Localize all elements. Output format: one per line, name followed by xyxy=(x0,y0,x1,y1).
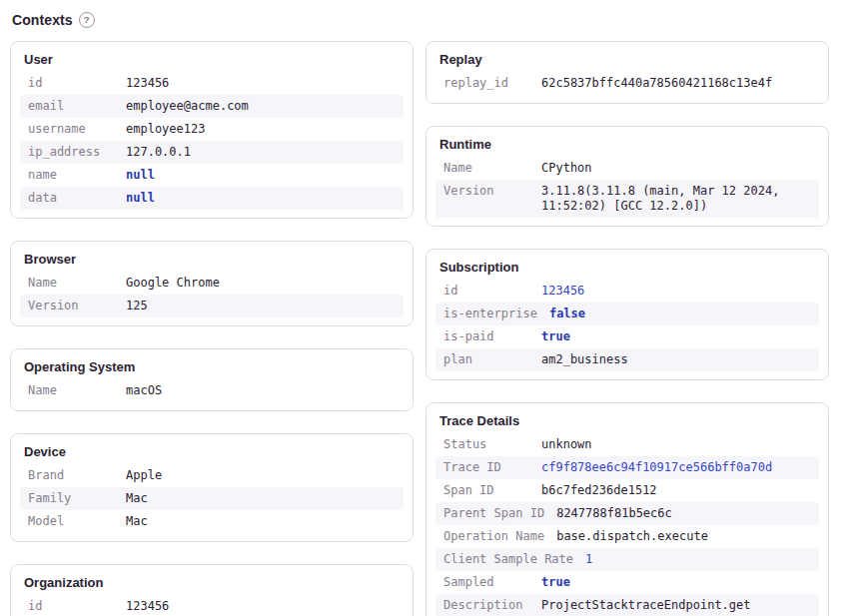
kv-row: username employee123 xyxy=(20,118,404,141)
kv-row: Status unknown xyxy=(435,433,819,456)
context-card-user: User id 123456 email employee@acme.com u… xyxy=(10,41,414,219)
kv-row: Name CPython xyxy=(435,157,819,180)
kv-key: name xyxy=(28,168,126,183)
kv-row: ip_address 127.0.0.1 xyxy=(20,141,404,164)
card-rows: id 123456 is-enterprise false is-paid tr… xyxy=(435,280,819,371)
kv-row: Client Sample Rate 1 xyxy=(435,548,819,571)
context-card-browser: Browser Name Google Chrome Version 125 xyxy=(10,241,414,326)
kv-key: Parent Span ID xyxy=(443,506,556,521)
kv-value: Mac xyxy=(126,491,396,506)
kv-value: 127.0.0.1 xyxy=(126,145,396,160)
kv-key: Sampled xyxy=(443,575,541,590)
kv-row: Version 3.11.8(3.11.8 (main, Mar 12 2024… xyxy=(435,180,819,218)
card-rows: id 123456 slug acme xyxy=(20,595,404,616)
kv-row: Name Google Chrome xyxy=(20,272,404,295)
kv-key: Operation Name xyxy=(443,529,556,544)
kv-value: base.dispatch.execute xyxy=(556,529,811,544)
kv-row: data null xyxy=(20,187,404,210)
context-card-trace-details: Trace Details Status unknown Trace ID cf… xyxy=(425,402,829,616)
kv-key: Client Sample Rate xyxy=(443,552,585,567)
kv-key: id xyxy=(28,599,126,614)
kv-key: Brand xyxy=(28,468,126,483)
card-title: Replay xyxy=(439,52,815,67)
kv-value: true xyxy=(541,329,811,344)
kv-key: Name xyxy=(28,383,126,398)
kv-value: false xyxy=(549,307,811,321)
kv-row: Parent Span ID 8247788f81b5ec6c xyxy=(435,502,819,525)
kv-key: Version xyxy=(28,299,126,313)
kv-key: id xyxy=(28,76,126,91)
kv-value: true xyxy=(541,575,811,590)
card-rows: Name Google Chrome Version 125 xyxy=(20,272,404,317)
kv-key: is-paid xyxy=(443,329,541,344)
kv-key: Name xyxy=(28,276,126,291)
section-header: Contexts ? xyxy=(12,12,829,28)
left-column: User id 123456 email employee@acme.com u… xyxy=(10,41,414,616)
contexts-section: Contexts ? User id 123456 email employee… xyxy=(0,0,843,616)
card-title: Operating System xyxy=(24,359,400,374)
context-columns: User id 123456 email employee@acme.com u… xyxy=(10,41,829,616)
kv-row: id 123456 xyxy=(435,280,819,303)
card-rows: id 123456 email employee@acme.com userna… xyxy=(20,72,404,210)
card-title: User xyxy=(24,52,400,67)
kv-value: 62c5837bffc440a78560421168c13e4f xyxy=(541,76,811,91)
kv-row: Sampled true xyxy=(435,571,819,594)
context-card-replay: Replay replay_id 62c5837bffc440a78560421… xyxy=(425,41,829,104)
kv-row: Operation Name base.dispatch.execute xyxy=(435,525,819,548)
kv-value: 1 xyxy=(585,552,811,567)
card-title: Runtime xyxy=(439,137,815,152)
card-title: Subscription xyxy=(439,260,815,275)
kv-key: Version xyxy=(443,184,541,199)
card-title: Organization xyxy=(24,575,400,590)
kv-row: id 123456 xyxy=(20,595,404,616)
kv-value: am2_business xyxy=(541,352,811,367)
kv-key: replay_id xyxy=(443,76,541,91)
kv-row: replay_id 62c5837bffc440a78560421168c13e… xyxy=(435,72,819,95)
kv-row: plan am2_business xyxy=(435,348,819,371)
kv-key: Family xyxy=(28,491,126,506)
context-card-organization: Organization id 123456 slug acme xyxy=(10,564,414,616)
kv-value: employee123 xyxy=(126,122,396,137)
kv-value: 125 xyxy=(126,299,396,313)
kv-key: Name xyxy=(443,161,541,176)
kv-value-link[interactable]: cf9f878ee6c94f10917ce566bff0a70d xyxy=(541,460,811,475)
card-title: Trace Details xyxy=(439,413,815,428)
card-rows: replay_id 62c5837bffc440a78560421168c13e… xyxy=(435,72,819,95)
context-card-subscription: Subscription id 123456 is-enterprise fal… xyxy=(425,249,829,380)
kv-key: Status xyxy=(443,437,541,452)
kv-value: macOS xyxy=(126,383,396,398)
kv-value: b6c7fed236de1512 xyxy=(541,483,811,498)
kv-value: Google Chrome xyxy=(126,276,396,291)
kv-value: null xyxy=(126,191,396,206)
card-title: Browser xyxy=(24,252,400,267)
help-icon[interactable]: ? xyxy=(79,12,95,28)
kv-row: name null xyxy=(20,164,404,187)
kv-value: 123456 xyxy=(126,76,396,91)
kv-row: Version 125 xyxy=(20,295,404,317)
kv-key: username xyxy=(28,122,126,137)
kv-row: Family Mac xyxy=(20,487,404,510)
kv-row: Span ID b6c7fed236de1512 xyxy=(435,479,819,502)
kv-key: Trace ID xyxy=(443,460,541,475)
kv-value: CPython xyxy=(541,161,811,176)
kv-key: is-enterprise xyxy=(443,307,549,321)
kv-row: id 123456 xyxy=(20,72,404,95)
kv-row: is-enterprise false xyxy=(435,303,819,325)
kv-key: id xyxy=(443,284,541,299)
kv-row: Name macOS xyxy=(20,379,404,402)
kv-value: 123456 xyxy=(541,284,811,299)
kv-row: Brand Apple xyxy=(20,464,404,487)
kv-value: 123456 xyxy=(126,599,396,614)
kv-key: ip_address xyxy=(28,145,126,160)
card-rows: Name macOS xyxy=(20,379,404,402)
section-title: Contexts xyxy=(12,12,73,28)
kv-key: data xyxy=(28,191,126,206)
kv-value: employee@acme.com xyxy=(126,99,396,114)
card-rows: Name CPython Version 3.11.8(3.11.8 (main… xyxy=(435,157,819,218)
kv-key: Model xyxy=(28,514,126,529)
context-card-operating-system: Operating System Name macOS xyxy=(10,348,414,411)
kv-value: Apple xyxy=(126,468,396,483)
kv-row: email employee@acme.com xyxy=(20,95,404,118)
kv-value: 3.11.8(3.11.8 (main, Mar 12 2024, 11:52:… xyxy=(541,184,811,214)
right-column: Replay replay_id 62c5837bffc440a78560421… xyxy=(425,41,829,616)
